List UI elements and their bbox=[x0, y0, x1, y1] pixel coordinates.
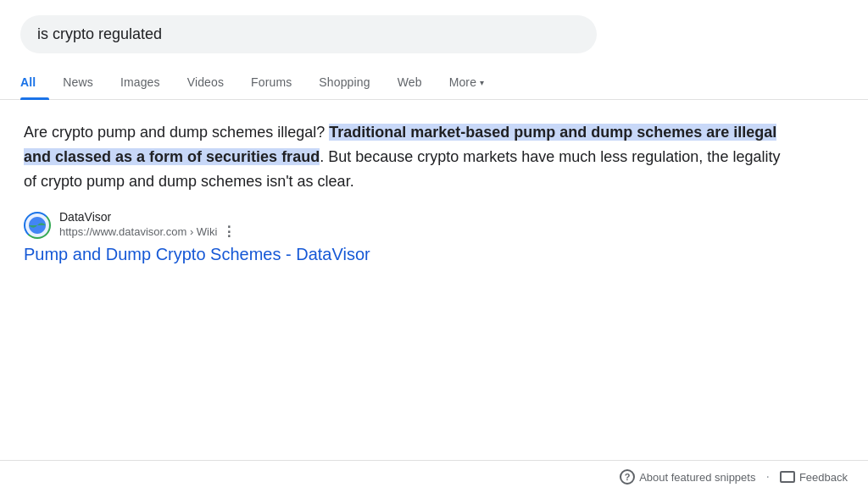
feedback-button[interactable]: Feedback bbox=[780, 471, 848, 484]
tab-images[interactable]: Images bbox=[107, 65, 174, 99]
result-link[interactable]: Pump and Dump Crypto Schemes - DataVisor bbox=[24, 245, 532, 264]
about-featured-snippets[interactable]: ? About featured snippets bbox=[620, 469, 755, 485]
separator: · bbox=[765, 469, 769, 485]
tab-web[interactable]: Web bbox=[384, 65, 436, 99]
search-bar-container: is crypto regulated bbox=[0, 0, 868, 65]
tab-videos[interactable]: Videos bbox=[174, 65, 237, 99]
snippet-prefix: Are crypto pump and dump schemes illegal… bbox=[24, 124, 329, 141]
tab-more[interactable]: More ▾ bbox=[436, 65, 498, 99]
source-url: https://www.datavisor.com › Wiki bbox=[59, 225, 217, 238]
source-row: DataVisor https://www.datavisor.com › Wi… bbox=[24, 210, 844, 240]
navigation-tabs: All News Images Videos Forums Shopping W… bbox=[0, 65, 868, 100]
feedback-icon bbox=[780, 471, 795, 483]
search-bar[interactable]: is crypto regulated bbox=[20, 15, 597, 53]
tab-shopping[interactable]: Shopping bbox=[305, 65, 383, 99]
feedback-label: Feedback bbox=[799, 471, 848, 484]
tab-all[interactable]: All bbox=[20, 65, 49, 99]
help-icon: ? bbox=[620, 469, 635, 485]
tab-news[interactable]: News bbox=[49, 65, 107, 99]
source-name: DataVisor bbox=[59, 210, 236, 224]
bottom-bar: ? About featured snippets · Feedback bbox=[0, 460, 868, 493]
source-info: DataVisor https://www.datavisor.com › Wi… bbox=[59, 210, 236, 240]
main-content: Are crypto pump and dump schemes illegal… bbox=[0, 100, 868, 264]
site-favicon bbox=[24, 212, 51, 239]
search-query: is crypto regulated bbox=[37, 25, 162, 43]
more-options-icon[interactable]: ⋮ bbox=[222, 224, 236, 240]
featured-snippet-text: Are crypto pump and dump schemes illegal… bbox=[24, 120, 787, 193]
about-snippets-label: About featured snippets bbox=[639, 471, 755, 484]
source-url-row: https://www.datavisor.com › Wiki ⋮ bbox=[59, 224, 236, 240]
chevron-down-icon: ▾ bbox=[480, 78, 484, 87]
tab-forums[interactable]: Forums bbox=[237, 65, 305, 99]
